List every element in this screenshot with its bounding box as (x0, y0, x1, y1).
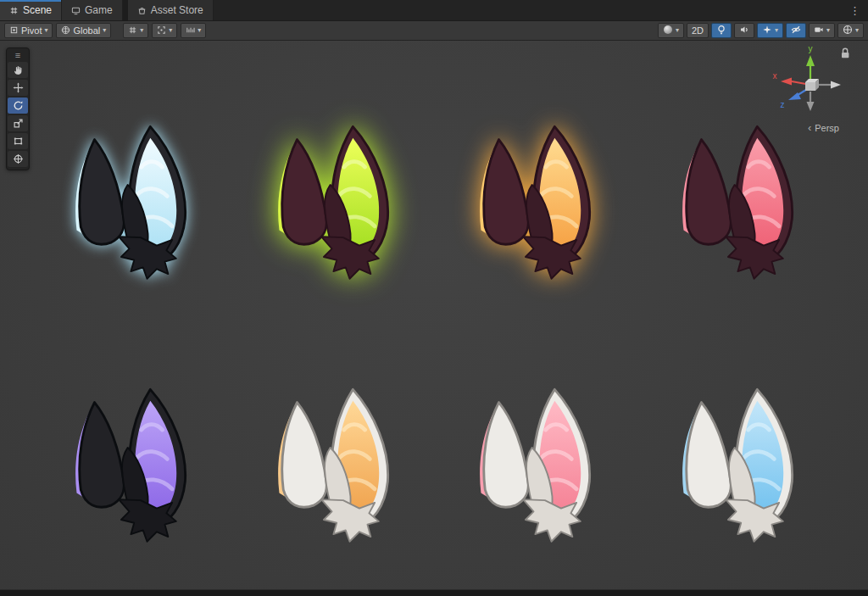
chevron-down-icon: ▾ (44, 27, 47, 34)
audio-speaker-icon (739, 25, 749, 36)
gizmos-dropdown[interactable]: ▾ (837, 23, 864, 38)
light-bulb-icon (716, 25, 726, 36)
ear-model-orange-white[interactable] (252, 378, 430, 572)
scene-grid-icon (9, 6, 19, 15)
visibility-toggle-button[interactable] (786, 23, 806, 38)
globe-icon (61, 25, 70, 36)
chevron-down-icon: ▾ (855, 27, 859, 34)
2d-label: 2D (692, 25, 704, 36)
ruler-icon (186, 25, 195, 36)
ear-model-orange-maroon[interactable] (453, 115, 632, 309)
scene-viewport[interactable]: ≡ (0, 41, 868, 589)
tab-bar: Scene Game Asset Store ⋮ (0, 0, 868, 21)
chevron-down-icon: ▾ (140, 27, 143, 34)
shading-mode-dropdown[interactable]: ▾ (658, 23, 684, 38)
camera-icon (814, 25, 824, 36)
effects-dropdown[interactable]: ▾ (757, 23, 783, 38)
chevron-down-icon: ▾ (198, 27, 201, 34)
tab-scene-label: Scene (23, 4, 52, 16)
more-menu-icon[interactable]: ⋮ (845, 0, 865, 21)
grid-icon (128, 25, 137, 36)
asset-store-icon (137, 6, 147, 15)
tab-game-label: Game (85, 4, 113, 16)
tab-game[interactable]: Game (62, 0, 123, 20)
chevron-down-icon: ▾ (826, 27, 830, 34)
lighting-toggle-button[interactable] (711, 23, 732, 38)
snap-toggle-dropdown[interactable]: ▾ (152, 23, 177, 38)
tab-asset-store[interactable]: Asset Store (128, 0, 214, 20)
models-grid (0, 41, 868, 589)
camera-dropdown[interactable]: ▾ (809, 23, 835, 38)
chevron-down-icon: ▾ (775, 27, 778, 34)
global-dropdown[interactable]: Global ▾ (56, 23, 111, 38)
ear-model-purple-black[interactable] (49, 378, 227, 572)
ear-model-pink-white[interactable] (453, 378, 632, 572)
grid-visibility-dropdown[interactable]: ▾ (123, 23, 148, 38)
global-label: Global (73, 25, 100, 36)
eye-slash-icon (791, 25, 801, 36)
ear-model-pink-maroon[interactable] (656, 115, 834, 309)
window-bottom-edge (0, 589, 868, 596)
snap-increment-dropdown[interactable]: ▾ (181, 23, 206, 38)
game-icon (71, 6, 81, 15)
chevron-down-icon: ▾ (169, 27, 172, 34)
snap-icon (157, 25, 166, 36)
scene-toolbar: Pivot ▾ Global ▾ ▾ ▾ ▾ ▾ (0, 21, 868, 41)
ear-model-cyan-black[interactable] (49, 115, 227, 309)
tab-scene[interactable]: Scene (0, 0, 62, 20)
shaded-sphere-icon (663, 25, 673, 36)
tab-asset-store-label: Asset Store (151, 4, 203, 16)
chevron-down-icon: ▾ (676, 27, 679, 34)
ear-model-blue-white[interactable] (656, 378, 834, 572)
effects-sparkle-icon (762, 25, 772, 36)
ear-model-lime-maroon[interactable] (252, 115, 430, 309)
chevron-down-icon: ▾ (103, 27, 106, 34)
2d-toggle-button[interactable]: 2D (687, 23, 709, 38)
pivot-dropdown[interactable]: Pivot ▾ (4, 23, 53, 38)
gizmos-globe-icon (843, 25, 853, 36)
audio-toggle-button[interactable] (734, 23, 754, 38)
pivot-icon (9, 25, 19, 36)
pivot-label: Pivot (21, 25, 42, 36)
